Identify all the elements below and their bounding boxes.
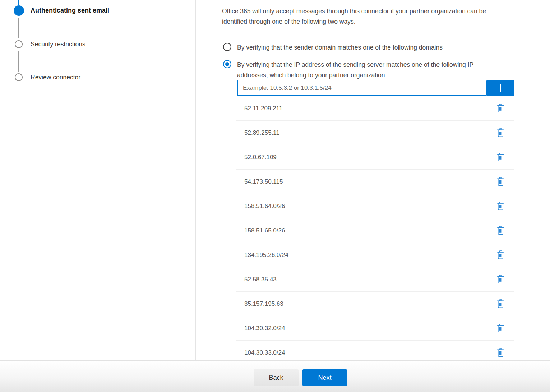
trash-icon xyxy=(497,128,504,137)
radio-ip-address-label-line: addresses, which belong to your partner … xyxy=(237,70,473,80)
ip-row: 52.0.67.109 xyxy=(236,145,514,170)
ip-value: 134.195.26.0/24 xyxy=(244,252,288,259)
plus-icon xyxy=(495,82,506,94)
delete-ip-button[interactable] xyxy=(496,128,505,138)
ip-value: 52.11.209.211 xyxy=(244,105,282,112)
stepper-connector-1 xyxy=(18,18,19,38)
main-content: Office 365 will only accept messages thr… xyxy=(196,0,550,360)
radio-ip-address-label[interactable]: By verifying that the IP address of the … xyxy=(237,60,473,80)
delete-ip-button[interactable] xyxy=(496,225,505,236)
ip-row: 104.30.32.0/24 xyxy=(236,316,514,341)
delete-ip-button[interactable] xyxy=(496,274,505,285)
delete-ip-button[interactable] xyxy=(496,176,505,187)
back-button[interactable]: Back xyxy=(254,369,299,386)
ip-row: 134.195.26.0/24 xyxy=(236,243,514,267)
ip-row: 52.58.35.43 xyxy=(236,267,514,292)
delete-ip-button[interactable] xyxy=(496,323,505,333)
ip-value: 54.173.50.115 xyxy=(244,178,283,185)
radio-sender-domain-label[interactable]: By verifying that the sender domain matc… xyxy=(237,42,443,53)
trash-icon xyxy=(497,177,504,186)
trash-icon xyxy=(497,299,504,308)
trash-icon xyxy=(497,324,504,333)
wizard-stepper-sidebar: Authenticating sent email Security restr… xyxy=(0,0,196,360)
ip-value: 158.51.64.0/26 xyxy=(244,203,285,210)
delete-ip-button[interactable] xyxy=(496,103,505,114)
ip-row: 52.89.255.11 xyxy=(236,121,514,145)
step-open-dot xyxy=(15,40,23,48)
step-security-restrictions: Security restrictions xyxy=(31,41,85,48)
ip-list: 52.11.209.211 52.89.255.11 xyxy=(236,96,514,360)
ip-value: 35.157.195.63 xyxy=(244,300,283,308)
ip-value: 104.30.32.0/24 xyxy=(244,325,285,332)
next-button[interactable]: Next xyxy=(302,369,347,386)
connector-wizard-screen: Authenticating sent email Security restr… xyxy=(0,0,550,392)
delete-ip-button[interactable] xyxy=(496,250,505,260)
stepper-connector-2 xyxy=(18,51,19,72)
trash-icon xyxy=(497,348,504,357)
ip-row: 158.51.65.0/26 xyxy=(236,218,514,243)
step-authenticating-sent-email: Authenticating sent email xyxy=(31,7,109,14)
ip-value: 52.89.255.11 xyxy=(244,129,279,137)
ip-row: 158.51.64.0/26 xyxy=(236,194,514,218)
page-description: Office 365 will only accept messages thr… xyxy=(222,6,486,27)
delete-ip-button[interactable] xyxy=(496,201,505,211)
radio-ip-address-label-line: By verifying that the IP address of the … xyxy=(237,60,473,70)
ip-value: 52.58.35.43 xyxy=(244,276,277,283)
ip-value: 104.30.33.0/24 xyxy=(244,349,285,356)
trash-icon xyxy=(497,104,504,113)
description-line: identified through one of the following … xyxy=(222,17,486,27)
ip-value: 52.0.67.109 xyxy=(244,154,277,161)
delete-ip-button[interactable] xyxy=(496,152,505,162)
radio-sender-domain[interactable] xyxy=(223,43,231,51)
ip-address-input[interactable] xyxy=(237,80,486,96)
delete-ip-button[interactable] xyxy=(496,299,505,309)
trash-icon xyxy=(497,226,504,235)
ip-row: 54.173.50.115 xyxy=(236,170,514,194)
ip-row: 52.11.209.211 xyxy=(236,96,514,121)
description-line: Office 365 will only accept messages thr… xyxy=(222,6,486,17)
ip-row: 35.157.195.63 xyxy=(236,292,514,316)
wizard-footer: Back Next xyxy=(0,360,550,392)
step-current-dot xyxy=(14,5,24,16)
add-ip-button[interactable] xyxy=(486,80,514,96)
delete-ip-button[interactable] xyxy=(496,347,505,358)
step-open-dot xyxy=(15,73,23,81)
trash-icon xyxy=(497,202,504,211)
radio-ip-address[interactable] xyxy=(223,60,231,68)
step-review-connector: Review connector xyxy=(31,74,80,81)
trash-icon xyxy=(497,153,504,162)
trash-icon xyxy=(497,275,504,284)
stepper-connector-top xyxy=(18,0,19,5)
ip-row: 104.30.33.0/24 xyxy=(236,341,514,360)
ip-value: 158.51.65.0/26 xyxy=(244,227,285,234)
trash-icon xyxy=(497,250,504,259)
